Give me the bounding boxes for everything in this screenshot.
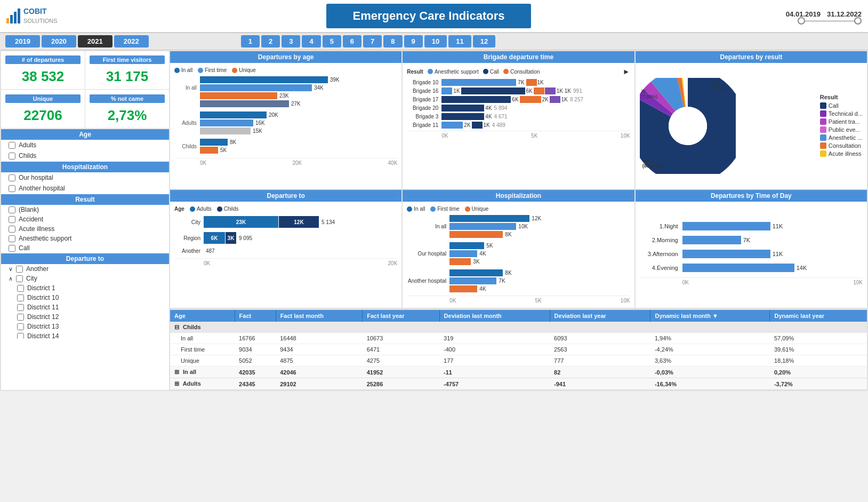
age-inall-v2: 34K: [314, 85, 324, 91]
age-childs-label: Childs: [19, 152, 36, 160]
departure-city-item: ∧ City: [1, 274, 169, 283]
year-tab-2020[interactable]: 2020: [42, 35, 76, 47]
year-tab-2019[interactable]: 2019: [5, 35, 40, 47]
date-start: 04.01.2019: [786, 10, 821, 18]
pie-label-small: 1K(1,33%): [713, 81, 730, 91]
departures-by-time-title: Departures by Time of Day: [636, 190, 867, 202]
age-inall-v3: 23K: [279, 93, 289, 99]
departure-city-checkbox[interactable]: [16, 275, 23, 282]
inall-expand-icon[interactable]: ⊞: [174, 369, 179, 375]
departure-city-collapse[interactable]: ∧: [9, 275, 13, 282]
age-adults-label: Adults: [19, 141, 36, 149]
result-call-label: Call: [19, 244, 30, 252]
district-12-label: Disctrict 12: [27, 313, 59, 321]
title-area: Emergency Care Indicators: [113, 4, 744, 28]
kpi-departures-value: 38 532: [5, 68, 81, 85]
departure-another-checkbox[interactable]: [16, 266, 23, 273]
age-adults-checkbox[interactable]: [9, 142, 15, 149]
col-fly: Fact last year: [363, 310, 439, 322]
month-tab-2[interactable]: 2: [261, 35, 280, 47]
age-axis: 0K20K40K: [174, 158, 397, 166]
hosp-our-row: Our hospital 5K 4K 3K: [407, 242, 630, 265]
departures-by-time-panel: Departures by Time of Day 1.Night 11K 2.…: [636, 190, 867, 308]
result-acute-checkbox[interactable]: [9, 226, 15, 233]
month-tab-4[interactable]: 4: [302, 35, 320, 47]
hosp-another-item: Another hospital: [1, 183, 169, 194]
month-tab-6[interactable]: 6: [343, 35, 361, 47]
departure-another-row: Another 487: [174, 248, 397, 254]
kpi-first-time: First time visitors 31 175: [85, 51, 169, 89]
month-tab-11[interactable]: 11: [448, 35, 471, 47]
age-bar-group-adults: Adults 20K 16K: [174, 111, 397, 134]
result-acute-label: Acute illness: [19, 225, 54, 233]
hosp-another-row: Another hospital 8K 7K 4K: [407, 269, 630, 292]
month-tab-12[interactable]: 12: [473, 35, 495, 47]
result-anesthetic-checkbox[interactable]: [9, 235, 15, 242]
pie-chart: 36K(83,27%) 3K(7,68%) 1K(1,33%): [640, 78, 736, 174]
kpi-unique-value: 22706: [5, 107, 81, 124]
departure-to-title: Departure to: [170, 190, 401, 202]
month-tab-7[interactable]: 7: [363, 35, 382, 47]
charts-row-2: Departure to Age Adults Childs City 23K …: [170, 190, 867, 308]
age-chart-legend: In all First time Unique: [174, 67, 397, 73]
date-slider[interactable]: [798, 20, 862, 22]
district-1-checkbox[interactable]: [17, 285, 24, 292]
legend-unique: Unique: [232, 67, 256, 73]
childs-unique-row: Unique 5052 4875 4275 177 777 3,63% 18,1…: [170, 355, 867, 366]
childs-firsttime-row: First time 9034 9434 6471 -400 2563 -4,2…: [170, 344, 867, 355]
age-childs-checkbox[interactable]: [9, 153, 15, 160]
brigade-row-20: Brigade 20 4K 5 894: [407, 105, 630, 111]
year-tab-2022[interactable]: 2022: [114, 35, 149, 47]
departure-another-collapse[interactable]: ∨: [9, 266, 13, 273]
hosp-another-label: Another hospital: [19, 185, 65, 192]
col-dynlm: Dynamic last month ▼: [650, 310, 770, 322]
month-tab-3[interactable]: 3: [282, 35, 300, 47]
month-tab-8[interactable]: 8: [383, 35, 402, 47]
col-dlm: Deviation last month: [439, 310, 550, 322]
childs-expand-icon[interactable]: ⊟: [174, 324, 179, 330]
time-evening-row: 4.Evening 14K: [640, 264, 863, 272]
result-filter: Result (Blank) Accident Acute illness An…: [1, 194, 169, 253]
header: COBIT SOLUTIONS Emergency Care Indicator…: [0, 0, 868, 33]
hosp-our-checkbox[interactable]: [9, 174, 15, 181]
data-table-section: Age Fact Fact last month Fact last year …: [170, 310, 867, 390]
district-11-checkbox[interactable]: [17, 304, 24, 311]
result-call-checkbox[interactable]: [9, 245, 15, 252]
district-10-checkbox[interactable]: [17, 294, 24, 301]
col-dly: Deviation last year: [550, 310, 650, 322]
time-axis: 0K10K: [640, 277, 863, 285]
hosp-another-checkbox[interactable]: [9, 185, 15, 192]
result-blank-checkbox[interactable]: [9, 206, 15, 213]
month-tab-5[interactable]: 5: [323, 35, 341, 47]
age-filter: Age Adults Childs: [1, 129, 169, 161]
bar-label-adults: Adults: [174, 120, 200, 126]
slider-thumb-right[interactable]: [854, 17, 862, 25]
brigade-axis: 0K5K10K: [407, 131, 630, 139]
time-afternoon-row: 3.Afternoon 11K: [640, 250, 863, 258]
adults-expand-icon[interactable]: ⊞: [174, 380, 179, 387]
slider-thumb-left[interactable]: [798, 17, 805, 25]
district-14-checkbox[interactable]: [17, 333, 24, 339]
hosp-inall-row: In all 12K 10K 8K: [407, 215, 630, 238]
result-acute-item: Acute illness: [1, 224, 169, 234]
district-12-checkbox[interactable]: [17, 314, 24, 321]
result-blank-item: (Blank): [1, 205, 169, 214]
col-flm: Fact last month: [276, 310, 363, 322]
departure-filter-header: Departure to: [1, 253, 169, 264]
brigade-result-arrow[interactable]: ►: [623, 67, 630, 76]
tabs-bar: 2019 2020 2021 2022 1 2 3 4 5 6 7 8 9 10…: [0, 33, 868, 50]
year-tab-2021[interactable]: 2021: [78, 35, 112, 47]
kpi-first-time-label: First time visitors: [90, 55, 165, 64]
district-13-checkbox[interactable]: [17, 323, 24, 330]
result-accident-checkbox[interactable]: [9, 216, 15, 223]
charts-row: Departures by age In all First time Uniq…: [170, 51, 867, 189]
adults-summary-row: ⊞ Adults 24345 29102 25286 -4757 -941 -1…: [170, 378, 867, 390]
result-anesthetic-label: Anesthetic support: [19, 235, 71, 242]
district-13-item: Disctrict 13: [1, 322, 169, 331]
month-tab-1[interactable]: 1: [241, 35, 260, 47]
month-tabs: 1 2 3 4 5 6 7 8 9 10 11 12: [241, 35, 496, 47]
month-tab-9[interactable]: 9: [404, 35, 423, 47]
month-tab-10[interactable]: 10: [424, 35, 447, 47]
kpi-departures-label: # of departures: [5, 55, 81, 64]
logo-text: COBIT SOLUTIONS: [23, 7, 58, 25]
